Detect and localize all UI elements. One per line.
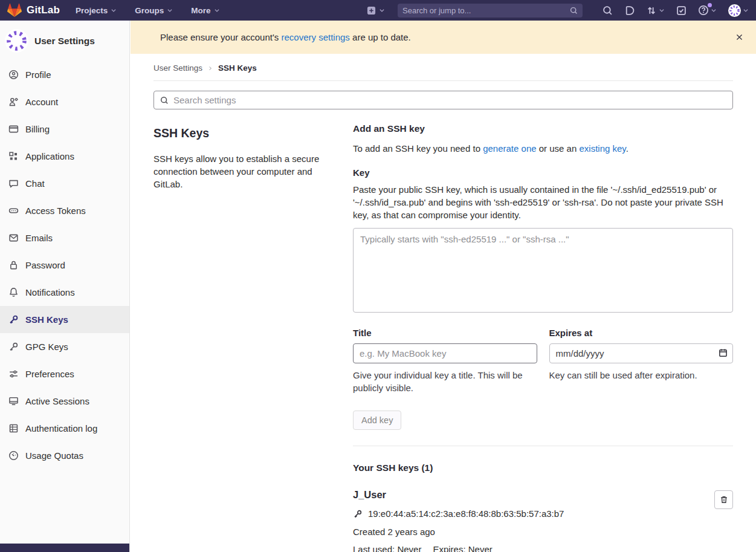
section-info: SSH Keys SSH keys allow you to establish… xyxy=(153,118,335,552)
sidebar-item-ssh-keys[interactable]: SSH Keys xyxy=(0,306,129,333)
sidebar-item-account[interactable]: Account xyxy=(0,88,129,115)
chevron-down-icon xyxy=(379,7,385,13)
user-menu[interactable] xyxy=(728,4,749,17)
plus-square-icon xyxy=(367,6,376,15)
ssh-key-name: J_User xyxy=(353,489,564,501)
sidebar-item-password[interactable]: Password xyxy=(0,252,129,279)
existing-key-link[interactable]: existing key xyxy=(579,143,625,154)
ssh-keys-icon xyxy=(8,314,19,325)
merge-requests-menu[interactable] xyxy=(646,5,665,16)
billing-icon xyxy=(8,124,19,134)
sidebar-item-emails[interactable]: Emails xyxy=(0,224,129,252)
divider xyxy=(353,446,733,446)
ssh-key-list-item: J_User 19:e0:44:a5:14:c2:3a:e8:f8:48:8b:… xyxy=(353,489,733,552)
chat-icon xyxy=(8,178,19,189)
sidebar-item-billing[interactable]: Billing xyxy=(0,115,129,143)
settings-search xyxy=(153,91,733,109)
chevron-down-icon xyxy=(111,7,117,13)
top-navbar: GitLab Projects Groups More xyxy=(0,0,756,21)
chevron-down-icon xyxy=(659,7,665,13)
key-icon xyxy=(353,509,363,519)
breadcrumb-ssh-keys: SSH Keys xyxy=(218,63,257,73)
banner-text: are up to date. xyxy=(350,32,411,42)
sidebar-item-profile[interactable]: Profile xyxy=(0,61,129,88)
account-icon xyxy=(8,97,19,107)
todos-icon[interactable] xyxy=(676,5,687,16)
gitlab-wordmark: GitLab xyxy=(27,4,60,16)
delete-key-button[interactable] xyxy=(714,490,733,509)
chevron-down-icon xyxy=(167,7,173,13)
breadcrumb: User Settings SSH Keys xyxy=(153,54,733,81)
usage-quotas-icon xyxy=(8,450,19,461)
nav-groups[interactable]: Groups xyxy=(135,6,173,15)
avatar xyxy=(728,4,741,17)
sidebar-item-gpg-keys[interactable]: GPG Keys xyxy=(0,333,129,360)
expires-at-field[interactable] xyxy=(549,343,734,363)
sidebar-item-preferences[interactable]: Preferences xyxy=(0,360,129,388)
alert-banner: Please ensure your account's recovery se… xyxy=(131,21,756,54)
section-description: SSH keys allow you to establish a secure… xyxy=(153,152,335,190)
sidebar-title: User Settings xyxy=(34,36,95,47)
calendar-icon[interactable] xyxy=(719,348,728,357)
title-field-label: Title xyxy=(353,328,537,338)
ssh-key-fingerprint: 19:e0:44:a5:14:c2:3a:e8:f8:48:8b:63:5b:5… xyxy=(368,508,564,519)
sidebar-item-active-sessions[interactable]: Active Sessions xyxy=(0,388,129,415)
help-menu[interactable] xyxy=(698,5,717,16)
global-search-input[interactable] xyxy=(402,6,566,15)
new-menu-button[interactable] xyxy=(367,6,385,15)
key-field-label: Key xyxy=(353,167,733,178)
sidebar-item-applications[interactable]: Applications xyxy=(0,143,129,170)
title-field[interactable] xyxy=(353,343,537,363)
ssh-key-form-area: Add an SSH key To add an SSH key you nee… xyxy=(353,118,733,552)
sidebar-item-authentication-log[interactable]: Authentication log xyxy=(0,415,129,442)
chevron-right-icon xyxy=(208,66,213,71)
sidebar-item-usage-quotas[interactable]: Usage Quotas xyxy=(0,442,129,469)
notifications-icon xyxy=(8,287,19,297)
trash-icon xyxy=(720,495,728,504)
key-field-help: Paste your public SSH key, which is usua… xyxy=(353,183,733,221)
settings-search-input[interactable] xyxy=(173,95,726,105)
global-search[interactable] xyxy=(398,4,583,18)
expires-field-help: Key can still be used after expiration. xyxy=(549,369,734,382)
banner-text: Please ensure your account's xyxy=(160,32,281,42)
page-title: SSH Keys xyxy=(153,126,335,140)
navbar-right xyxy=(367,4,749,18)
issues-icon[interactable] xyxy=(624,5,635,16)
gpg-keys-icon xyxy=(8,342,19,352)
breadcrumb-user-settings[interactable]: User Settings xyxy=(153,63,202,73)
chevron-down-icon xyxy=(743,7,749,13)
add-ssh-key-heading: Add an SSH key xyxy=(353,123,733,134)
sidebar-header: User Settings xyxy=(0,21,129,61)
main-content: Please ensure your account's recovery se… xyxy=(131,21,756,552)
notification-dot xyxy=(708,3,712,7)
nav-more[interactable]: More xyxy=(191,6,219,15)
search-icon xyxy=(160,96,169,105)
your-ssh-keys-heading: Your SSH keys (1) xyxy=(353,463,733,473)
sidebar-item-access-tokens[interactable]: Access Tokens xyxy=(0,197,129,224)
chevron-down-icon xyxy=(711,7,717,13)
expires-field-label: Expires at xyxy=(549,328,734,338)
generate-one-link[interactable]: generate one xyxy=(483,143,536,154)
add-key-button[interactable]: Add key xyxy=(353,411,401,430)
recovery-settings-link[interactable]: recovery settings xyxy=(281,32,349,42)
add-ssh-key-text: To add an SSH key you need to generate o… xyxy=(353,143,733,154)
sidebar-item-notifications[interactable]: Notifications xyxy=(0,279,129,306)
password-icon xyxy=(8,260,19,270)
search-icon xyxy=(570,7,578,15)
chevron-down-icon xyxy=(214,7,220,13)
active-sessions-icon xyxy=(8,396,19,406)
preferences-icon xyxy=(8,369,19,379)
collapse-sidebar-bar[interactable] xyxy=(0,544,129,552)
profile-icon xyxy=(8,70,19,80)
close-icon[interactable] xyxy=(733,31,746,44)
gitlab-logo[interactable]: GitLab xyxy=(7,3,60,18)
ssh-key-textarea[interactable] xyxy=(353,228,733,313)
emails-icon xyxy=(8,233,19,243)
ssh-key-last-used: Last used: Never xyxy=(353,544,421,552)
applications-icon xyxy=(8,151,19,161)
nav-projects[interactable]: Projects xyxy=(76,6,117,15)
sidebar-item-chat[interactable]: Chat xyxy=(0,170,129,197)
authentication-log-icon xyxy=(8,423,19,433)
search-button[interactable] xyxy=(603,5,613,16)
access-tokens-icon xyxy=(8,206,19,216)
